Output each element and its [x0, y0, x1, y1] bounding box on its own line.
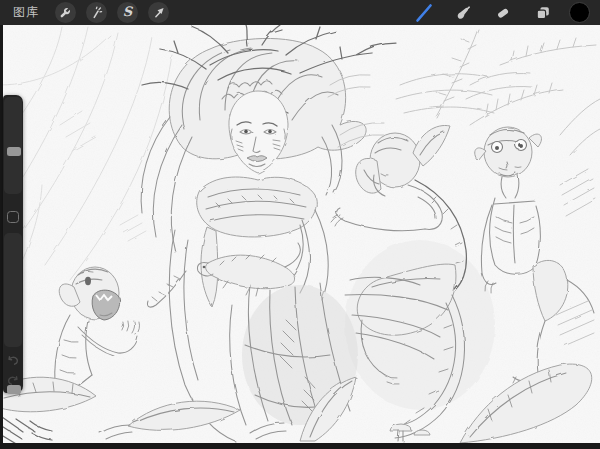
brush-opacity-slider[interactable]: [4, 233, 22, 347]
smudge-tool-button[interactable]: [452, 2, 474, 24]
smudge-icon: [454, 4, 472, 22]
layers-button[interactable]: [532, 2, 554, 24]
wrench-icon: [58, 5, 73, 20]
app-window: 图库 S: [0, 0, 600, 449]
selection-s-icon: S: [123, 5, 132, 18]
magic-wand-icon: [89, 5, 104, 20]
top-toolbar: 图库 S: [0, 0, 600, 25]
transform-button[interactable]: [148, 2, 169, 23]
gallery-button[interactable]: 图库: [13, 0, 39, 25]
transform-arrow-icon: [151, 5, 166, 20]
redo-button[interactable]: [6, 373, 20, 387]
paintbrush-icon: [413, 2, 435, 24]
layers-icon: [534, 4, 552, 22]
actions-button[interactable]: [55, 2, 76, 23]
brush-sidebar: [3, 95, 23, 393]
color-swatch-button[interactable]: [569, 2, 590, 23]
redo-icon: [6, 373, 20, 387]
modify-button[interactable]: [7, 211, 19, 223]
selection-button[interactable]: S: [117, 2, 138, 23]
undo-icon: [6, 353, 20, 367]
eraser-icon: [494, 4, 512, 22]
brush-size-slider[interactable]: [4, 97, 22, 194]
adjustments-button[interactable]: [86, 2, 107, 23]
gallery-label: 图库: [13, 4, 39, 21]
paint-tool-button[interactable]: [413, 2, 435, 24]
erase-tool-button[interactable]: [492, 2, 514, 24]
brush-size-handle[interactable]: [7, 147, 21, 156]
undo-button[interactable]: [6, 353, 20, 367]
canvas-artwork: .s0{stroke:#6f6f6f;stroke-width:1.25;fil…: [0, 25, 600, 443]
drawing-canvas[interactable]: .s0{stroke:#6f6f6f;stroke-width:1.25;fil…: [0, 25, 600, 443]
canvas-bottom-edge: [0, 443, 600, 449]
